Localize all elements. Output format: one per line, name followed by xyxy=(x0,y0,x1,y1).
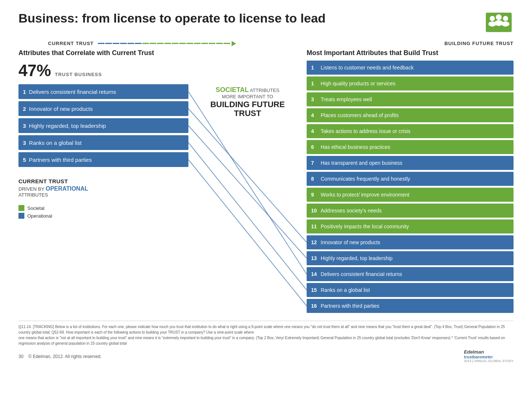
right-bar-rank-14: 15 xyxy=(311,287,318,293)
right-bar-label-0: Listens to customer needs and feedback xyxy=(321,65,413,71)
left-bar-3: 3Ranks on a global list xyxy=(18,135,188,150)
header-row: Business: from license to operate to lic… xyxy=(18,11,514,33)
right-bar-11: 12Innovator of new products xyxy=(307,235,514,249)
right-bar-0: 1Listens to customer needs and feedback xyxy=(307,61,514,75)
left-col-subtitle: Attributes that Correlate with Current T… xyxy=(18,49,188,57)
footer-left: 30 © Edelman, 2012. All rights reserved. xyxy=(18,353,102,359)
right-bar-rank-13: 14 xyxy=(311,271,318,277)
right-bar-1: 1High quality products or services xyxy=(307,76,514,91)
right-bar-label-2: Treats employees well xyxy=(321,96,372,102)
left-bar-label-4: Partners with third parties xyxy=(29,157,92,163)
right-bar-label-1: High quality products or services xyxy=(321,81,395,86)
footer-bottom: 30 © Edelman, 2012. All rights reserved.… xyxy=(18,349,514,363)
right-bar-rank-2: 3 xyxy=(311,96,318,102)
right-bar-label-13: Delivers consistent financial returns xyxy=(321,271,402,277)
right-bar-label-14: Ranks on a global list xyxy=(321,287,370,293)
right-bar-rank-6: 7 xyxy=(311,160,318,166)
right-bar-rank-7: 8 xyxy=(311,176,318,182)
right-bars: 1Listens to customer needs and feedback1… xyxy=(307,61,514,313)
footer: Q11-14. [TRACKING] Below is a list of in… xyxy=(18,321,514,363)
current-trust-driven: DRIVEN BY OPERATIONAL ATTRIBUTES xyxy=(18,185,188,198)
barometer-logo: Edelman trustbarometer 2013 | ANNUAL GLO… xyxy=(464,349,514,363)
right-bar-label-8: Works to protect/ improve environment xyxy=(321,192,409,198)
left-bar-rank-3: 3 xyxy=(23,140,26,146)
page: Business: from license to operate to lic… xyxy=(0,0,532,399)
building-future-trust: BUILDING FUTURE TRUST xyxy=(196,100,299,118)
right-bar-8: 9Works to protect/ improve environment xyxy=(307,188,514,202)
left-bar-label-3: Ranks on a global list xyxy=(29,140,82,146)
right-bar-rank-12: 13 xyxy=(311,255,318,261)
societal-title: SOCIETAL xyxy=(216,86,249,93)
footer-text1: Q11-14. [TRACKING] Below is a list of in… xyxy=(18,324,514,335)
attributes-label: ATTRIBUTES xyxy=(18,192,48,198)
right-bar-rank-3: 4 xyxy=(311,112,318,118)
right-bar-label-11: Innovator of new products xyxy=(321,239,380,245)
right-col-header: Most Important Attributes that Build Tru… xyxy=(307,49,514,57)
legend-item-1: Operational xyxy=(18,213,188,219)
middle-col: SOCIETAL ATTRIBUTESMORE IMPORTANT TO BUI… xyxy=(196,49,299,315)
right-bar-rank-1: 1 xyxy=(311,81,318,86)
logo-area xyxy=(484,11,514,33)
right-bar-9: 10Addresses society's needs xyxy=(307,204,514,218)
right-bar-label-15: Partners with third parties xyxy=(321,303,379,309)
left-bars: 1Delivers consistent financial returns2I… xyxy=(18,84,188,167)
left-bar-label-0: Delivers consistent financial returns xyxy=(29,89,116,95)
right-bar-label-5: Has ethical business practices xyxy=(321,144,390,150)
left-bar-label-1: Innovator of new products xyxy=(29,106,93,112)
left-bar-rank-2: 3 xyxy=(23,123,26,129)
operational-highlight: OPERATIONAL xyxy=(45,185,88,192)
trust-label-right: BUILDING FUTURE TRUST xyxy=(444,41,514,46)
legend-label-1: Operational xyxy=(27,213,52,219)
legend-swatch-1 xyxy=(18,213,24,219)
page-title: Business: from license to operate to lic… xyxy=(18,11,325,25)
left-bar-4: 5Partners with third parties xyxy=(18,152,188,167)
current-trust-title: CURRENT TRUST xyxy=(18,178,188,184)
logo-icon xyxy=(486,12,512,33)
barometer-year: 2013 | ANNUAL GLOBAL STUDY xyxy=(464,359,514,363)
trust-flow: CURRENT TRUST BUILDING FUTURE TRUST xyxy=(48,41,514,46)
right-bar-rank-9: 10 xyxy=(311,208,318,214)
right-bar-15: 16Partners with third parties xyxy=(307,299,514,313)
left-col: Attributes that Correlate with Current T… xyxy=(18,49,196,315)
left-bar-2: 3Highly regarded, top leadership xyxy=(18,118,188,133)
left-bar-rank-0: 1 xyxy=(23,89,26,95)
right-col: Most Important Attributes that Build Tru… xyxy=(299,49,514,315)
footer-brand: Edelman trustbarometer 2013 | ANNUAL GLO… xyxy=(464,349,514,363)
right-bar-7: 8Communicates frequently and honestly xyxy=(307,172,514,186)
current-trust-bottom: CURRENT TRUST DRIVEN BY OPERATIONAL ATTR… xyxy=(18,178,188,198)
trust-pct-row: 47% TRUST BUSINESS xyxy=(18,61,188,80)
right-bar-label-3: Places customers ahead of profits xyxy=(321,112,399,118)
right-bar-rank-15: 16 xyxy=(311,303,318,309)
legend-label-0: Societal xyxy=(27,205,44,211)
page-num: 30 © Edelman, 2012. All rights reserved. xyxy=(18,354,102,359)
societal-box: SOCIETAL ATTRIBUTESMORE IMPORTANT TO BUI… xyxy=(196,86,299,118)
right-bar-label-12: Highly regarded, top leadership xyxy=(321,255,393,261)
right-bar-rank-5: 6 xyxy=(311,144,318,150)
left-bar-rank-4: 5 xyxy=(23,157,26,163)
svg-point-6 xyxy=(502,21,509,26)
left-bar-rank-1: 2 xyxy=(23,106,26,112)
right-bar-13: 14Delivers consistent financial returns xyxy=(307,267,514,281)
trust-dashes xyxy=(98,41,441,46)
right-bar-12: 13Highly regarded, top leadership xyxy=(307,251,514,265)
right-bar-rank-8: 9 xyxy=(311,192,318,198)
right-bar-rank-4: 4 xyxy=(311,128,318,134)
right-bar-5: 6Has ethical business practices xyxy=(307,140,514,154)
left-bar-0: 1Delivers consistent financial returns xyxy=(18,84,188,99)
right-bar-3: 4Places customers ahead of profits xyxy=(307,108,514,122)
barometer-text: trustbarometer xyxy=(464,355,514,359)
svg-point-1 xyxy=(490,16,495,21)
right-bar-6: 7Has transparent and open business xyxy=(307,156,514,170)
main-content: Attributes that Correlate with Current T… xyxy=(18,49,514,315)
right-bar-14: 15Ranks on a global list xyxy=(307,283,514,297)
trust-label-left: CURRENT TRUST xyxy=(48,41,94,46)
left-bar-label-2: Highly regarded, top leadership xyxy=(29,123,106,129)
svg-point-4 xyxy=(495,20,503,26)
svg-point-5 xyxy=(503,16,508,21)
legend: SocietalOperational xyxy=(18,205,188,219)
right-bar-10: 11Positively impacts the local community xyxy=(307,219,514,233)
trust-pct: 47% xyxy=(18,61,51,79)
trust-pct-label: TRUST BUSINESS xyxy=(55,72,102,77)
right-bar-4: 4Takes actions to address issue or crisi… xyxy=(307,124,514,138)
right-bar-rank-11: 12 xyxy=(311,239,318,245)
